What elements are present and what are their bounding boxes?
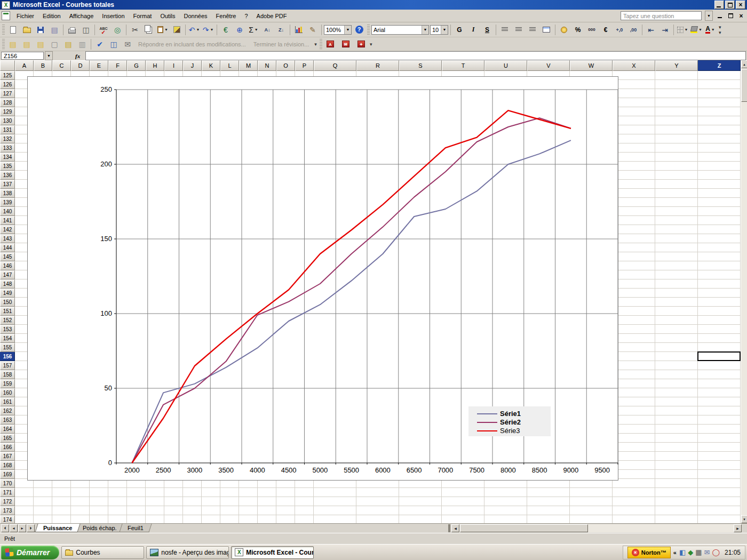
research-button[interactable]: ◎	[110, 23, 124, 36]
minimize-button[interactable]	[714, 1, 724, 9]
align-right-button[interactable]	[526, 23, 539, 36]
column-header-Q[interactable]: Q	[314, 60, 356, 71]
fill-color-button[interactable]: ▼	[689, 23, 703, 36]
column-header-D[interactable]: D	[71, 60, 90, 71]
format-painter-button[interactable]	[170, 23, 184, 36]
print-button[interactable]	[65, 23, 79, 36]
restore-button[interactable]	[725, 1, 735, 9]
previous-comment-button[interactable]: ▤	[20, 38, 34, 51]
row-header-134[interactable]: 134	[0, 153, 15, 162]
row-header-146[interactable]: 146	[0, 261, 15, 270]
end-review-button[interactable]: Terminer la révision...	[250, 41, 313, 47]
row-header-159[interactable]: 159	[0, 379, 15, 388]
show-comment-button[interactable]: ▢	[47, 38, 61, 51]
scroll-up-icon[interactable]: ▲	[741, 60, 747, 68]
row-header-174[interactable]: 174	[0, 515, 15, 523]
toolbar-options-icon[interactable]: ▾▾	[717, 25, 723, 35]
spelling-button[interactable]: ABC	[97, 23, 110, 36]
new-document-button[interactable]	[6, 23, 20, 36]
row-header-171[interactable]: 171	[0, 488, 15, 497]
next-comment-button[interactable]: ▤	[34, 38, 47, 51]
start-button[interactable]: Démarrer	[1, 546, 59, 559]
sheet-tab-puissance[interactable]: Puissance	[35, 524, 81, 532]
decrease-indent-button[interactable]: ⇤	[644, 23, 658, 36]
row-header-161[interactable]: 161	[0, 397, 15, 406]
row-header-138[interactable]: 138	[0, 189, 15, 198]
column-header-S[interactable]: S	[399, 60, 442, 71]
formula-input[interactable]	[85, 51, 746, 60]
row-header-158[interactable]: 158	[0, 370, 15, 379]
row-header-167[interactable]: 167	[0, 452, 15, 461]
name-box-dropdown-icon[interactable]: ▼	[45, 51, 53, 60]
font-select[interactable]: Arial▼	[371, 25, 429, 35]
copy-button[interactable]	[142, 23, 156, 36]
tray-chevron-icon[interactable]: «	[673, 549, 677, 556]
row-header-152[interactable]: 152	[0, 316, 15, 325]
workbook-restore-button[interactable]	[727, 12, 734, 19]
row-header-139[interactable]: 139	[0, 198, 15, 207]
row-header-172[interactable]: 172	[0, 497, 15, 506]
column-header-F[interactable]: F	[108, 60, 127, 71]
workbook-minimize-button[interactable]	[716, 12, 724, 19]
column-header-E[interactable]: E	[90, 60, 108, 71]
chart[interactable]: 0501001502002502000250030003500400045005…	[27, 76, 618, 481]
row-header-129[interactable]: 129	[0, 107, 15, 116]
row-header-149[interactable]: 149	[0, 289, 15, 298]
monitor-offline-icon[interactable]: ▦	[695, 549, 702, 556]
merge-workbook-button[interactable]: ◫	[107, 38, 121, 51]
thousands-button[interactable]: 000	[585, 23, 599, 36]
permission-button[interactable]: ▤	[47, 23, 61, 36]
adaware-icon[interactable]: ◯	[712, 549, 720, 556]
scroll-left-icon[interactable]: ◀	[451, 524, 459, 532]
task-button-folder[interactable]: Courbes	[61, 546, 144, 559]
row-header-162[interactable]: 162	[0, 406, 15, 415]
column-header-C[interactable]: C	[52, 60, 71, 71]
convert-to-pdf-and-review-button[interactable]: ✦	[354, 38, 368, 51]
help-button[interactable]: ?	[352, 23, 366, 36]
active-cell[interactable]	[697, 351, 741, 361]
row-header-137[interactable]: 137	[0, 180, 15, 189]
close-button[interactable]	[736, 1, 745, 9]
row-header-143[interactable]: 143	[0, 234, 15, 243]
percent-button[interactable]: %	[571, 23, 585, 36]
row-header-156[interactable]: 156	[0, 352, 15, 361]
vertical-scroll-thumb[interactable]	[741, 69, 747, 102]
insert-hyperlink-button[interactable]: ⊕	[233, 23, 247, 36]
sort-ascending-button[interactable]: A↓	[260, 23, 274, 36]
column-header-V[interactable]: V	[527, 60, 570, 71]
row-header-163[interactable]: 163	[0, 415, 15, 425]
toolbar-grip[interactable]	[2, 39, 5, 50]
decrease-decimal-button[interactable]: ,00	[626, 23, 640, 36]
row-header-125[interactable]: 125	[0, 71, 15, 80]
column-header-N[interactable]: N	[258, 60, 276, 71]
row-header-147[interactable]: 147	[0, 270, 15, 279]
new-comment-button[interactable]: ▤	[6, 38, 20, 51]
row-header-132[interactable]: 132	[0, 134, 15, 143]
row-header-151[interactable]: 151	[0, 307, 15, 316]
cut-button[interactable]: ✂	[128, 23, 142, 36]
send-mail-button[interactable]: ✉	[121, 38, 134, 51]
zoom-select[interactable]: 100%▼	[324, 25, 352, 35]
font-color-button[interactable]: A▼	[703, 23, 717, 36]
undo-button[interactable]: ↶▼	[187, 23, 201, 36]
menu-format[interactable]: Format	[129, 11, 156, 21]
norton-badge[interactable]: Norton™	[627, 547, 671, 558]
row-header-133[interactable]: 133	[0, 143, 15, 153]
column-header-U[interactable]: U	[484, 60, 527, 71]
network-status-icon[interactable]: ◆	[688, 549, 693, 556]
euro-button[interactable]: €	[599, 23, 613, 36]
horizontal-scrollbar[interactable]: ◀ ▶	[451, 524, 742, 532]
column-header-L[interactable]: L	[220, 60, 239, 71]
column-header-M[interactable]: M	[239, 60, 258, 71]
scroll-down-icon[interactable]: ▼	[741, 515, 747, 523]
row-header-155[interactable]: 155	[0, 343, 15, 352]
convert-to-pdf-and-email-button[interactable]: ✉	[339, 38, 353, 51]
column-header-O[interactable]: O	[276, 60, 295, 71]
print-preview-button[interactable]: ◫	[79, 23, 93, 36]
menu-fen-tre[interactable]: Fenêtre	[212, 11, 241, 21]
convert-to-pdf-button[interactable]: A	[323, 38, 337, 51]
borders-button[interactable]: ▼	[676, 23, 689, 36]
chevron-down-icon[interactable]: ▼	[422, 26, 428, 34]
menu-affichage[interactable]: Affichage	[65, 11, 98, 21]
row-header-154[interactable]: 154	[0, 334, 15, 343]
